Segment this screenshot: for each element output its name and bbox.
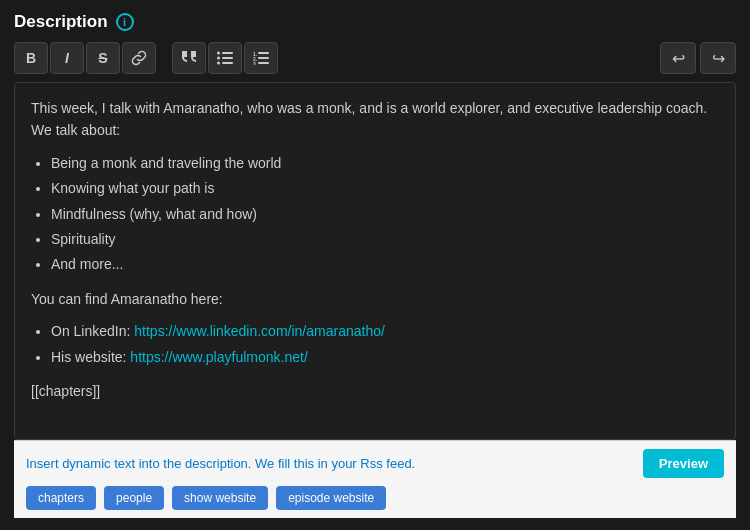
bottom-bar: Insert dynamic text into the description…	[14, 440, 736, 518]
info-icon[interactable]: i	[116, 13, 134, 31]
editor-bullet-list: Being a monk and traveling the world Kno…	[51, 152, 719, 276]
bold-button[interactable]: B	[14, 42, 48, 74]
editor-links-list: On LinkedIn: https://www.linkedin.com/in…	[51, 320, 719, 368]
ordered-list-button[interactable]: 1. 2. 3.	[244, 42, 278, 74]
dynamic-text-suffix: into the description. We fill this in yo…	[135, 456, 415, 471]
quote-button[interactable]	[172, 42, 206, 74]
dynamic-text-prefix: Insert	[26, 456, 62, 471]
svg-rect-11	[258, 62, 269, 64]
redo-button[interactable]: ↪	[700, 42, 736, 74]
svg-point-4	[217, 62, 220, 65]
undo-button[interactable]: ↩	[660, 42, 696, 74]
list-item: And more...	[51, 253, 719, 275]
link-icon	[131, 50, 147, 66]
people-tag-button[interactable]: people	[104, 486, 164, 510]
linkedin-prefix: On LinkedIn:	[51, 323, 134, 339]
linkedin-list-item: On LinkedIn: https://www.linkedin.com/in…	[51, 320, 719, 342]
format-group: B I S	[14, 42, 156, 74]
svg-text:3.: 3.	[253, 61, 258, 65]
list-item: Spirituality	[51, 228, 719, 250]
editor-intro: This week, I talk with Amaranatho, who w…	[31, 97, 719, 142]
svg-rect-9	[258, 57, 269, 59]
chapters-tag-button[interactable]: chapters	[26, 486, 96, 510]
website-prefix: His website:	[51, 349, 130, 365]
website-list-item: His website: https://www.playfulmonk.net…	[51, 346, 719, 368]
list-item: Mindfulness (why, what and how)	[51, 203, 719, 225]
block-format-group: 1. 2. 3.	[172, 42, 278, 74]
quote-icon	[181, 51, 197, 65]
dynamic-text-label: Insert dynamic text into the description…	[26, 456, 635, 471]
svg-rect-1	[222, 52, 233, 54]
strikethrough-button[interactable]: S	[86, 42, 120, 74]
strikethrough-icon: S	[98, 50, 107, 66]
preview-button[interactable]: Preview	[643, 449, 724, 478]
chapters-tag: [[chapters]]	[31, 380, 719, 402]
editor-content[interactable]: This week, I talk with Amaranatho, who w…	[14, 82, 736, 440]
ordered-list-icon: 1. 2. 3.	[253, 51, 269, 65]
bullet-list-button[interactable]	[208, 42, 242, 74]
dynamic-text-row: Insert dynamic text into the description…	[26, 449, 724, 478]
undo-redo-group: ↩ ↪	[660, 42, 736, 74]
tag-row: chapters people show website episode web…	[26, 486, 724, 510]
editor-find-text: You can find Amaranatho here:	[31, 288, 719, 310]
svg-rect-5	[222, 62, 233, 64]
list-item: Knowing what your path is	[51, 177, 719, 199]
bullet-list-icon	[217, 51, 233, 65]
show-website-tag-button[interactable]: show website	[172, 486, 268, 510]
header-row: Description i	[14, 12, 736, 32]
episode-website-tag-button[interactable]: episode website	[276, 486, 386, 510]
dynamic-text-link[interactable]: dynamic text	[62, 456, 135, 471]
page-title: Description	[14, 12, 108, 32]
editor-toolbar: B I S	[14, 42, 736, 74]
linkedin-link[interactable]: https://www.linkedin.com/in/amaranatho/	[134, 323, 385, 339]
svg-rect-3	[222, 57, 233, 59]
list-item: Being a monk and traveling the world	[51, 152, 719, 174]
svg-point-2	[217, 57, 220, 60]
svg-point-0	[217, 52, 220, 55]
italic-button[interactable]: I	[50, 42, 84, 74]
website-link[interactable]: https://www.playfulmonk.net/	[130, 349, 307, 365]
link-button[interactable]	[122, 42, 156, 74]
main-container: Description i B I S	[0, 0, 750, 530]
svg-rect-7	[258, 52, 269, 54]
